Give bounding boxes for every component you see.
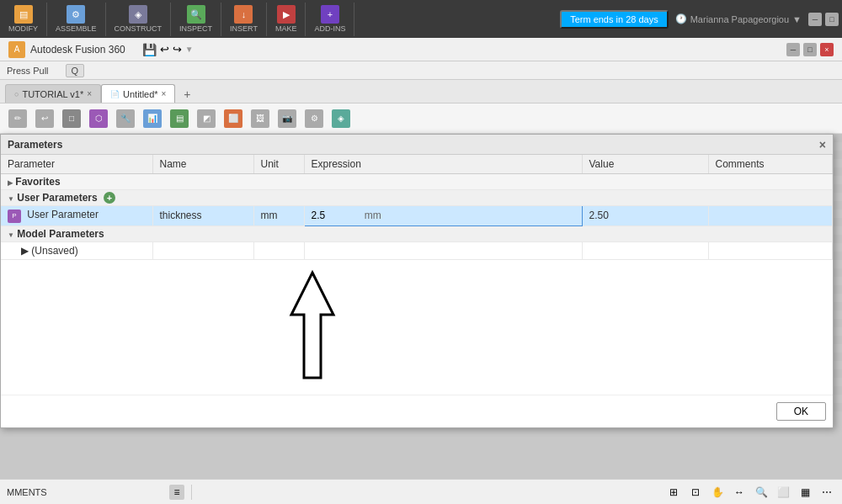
toolbar2-btn-12[interactable]: ⚙ (301, 107, 327, 130)
insert-button[interactable]: ↓ INSERT (225, 3, 263, 34)
toolbar2-btn-6[interactable]: 📊 (140, 107, 165, 130)
favorites-expand-icon[interactable]: ▶ (8, 179, 13, 187)
shortcut-bar: Press Pull Q (0, 61, 842, 80)
param-type-icon: P (8, 210, 21, 223)
minimize-button[interactable]: ─ (808, 13, 822, 26)
model-param-unit (253, 241, 304, 259)
resize-icon[interactable]: ↔ (731, 484, 748, 501)
dialog-close-button[interactable]: × (819, 138, 826, 151)
app-title-area: A Autodesk Fusion 360 (8, 41, 125, 58)
construct-icon: ◈ (129, 5, 147, 24)
user-params-label: User Parameters (17, 192, 97, 204)
model-params-section-label: ▼ Model Parameters (1, 225, 833, 241)
toolbar2-btn-1[interactable]: ✏ (5, 107, 30, 130)
hand-icon[interactable]: ✋ (709, 484, 726, 501)
toolbar2-icon-5: 🔧 (116, 109, 135, 128)
tab-tutorial-close[interactable]: × (87, 89, 92, 98)
construct-button[interactable]: ◈ CONSTRUCT (109, 3, 168, 34)
toolbar2-icon-4: ⬡ (89, 109, 108, 128)
clock-icon: 🕐 (675, 13, 687, 24)
toolbar2-btn-11[interactable]: 📷 (274, 107, 300, 130)
app-title: Autodesk Fusion 360 (30, 44, 125, 56)
tab-tutorial[interactable]: ○ TUTORIAL v1* × (5, 84, 101, 103)
search-icon[interactable]: 🔍 (753, 484, 770, 501)
layout-icon[interactable]: ⊡ (687, 484, 704, 501)
toolbar2-icon-2: ↩ (35, 109, 54, 128)
make-label: MAKE (275, 24, 297, 33)
toolbar2-btn-2[interactable]: ↩ (32, 107, 57, 130)
assemble-button[interactable]: ⚙ ASSEMBLE (51, 3, 102, 34)
toolbar2-icon-3: □ (62, 109, 81, 128)
redo-button[interactable]: ↪ (173, 43, 182, 56)
param-cell-parameter: P User Parameter (1, 206, 152, 226)
display-icon[interactable]: ⬜ (775, 484, 791, 501)
maximize-button[interactable]: □ (825, 13, 839, 26)
inspect-button[interactable]: 🔍 INSPECT (174, 3, 217, 34)
model-param-name (152, 241, 253, 259)
tab-add-button[interactable]: + (179, 86, 195, 103)
svg-marker-0 (291, 273, 333, 378)
up-arrow (279, 268, 346, 386)
comments-toggle[interactable]: ≡ (169, 485, 184, 500)
model-param-expand[interactable]: ▶ (21, 245, 29, 257)
model-param-comments (708, 241, 833, 259)
addins-button[interactable]: + ADD-INS (309, 3, 350, 34)
make-button[interactable]: ▶ MAKE (270, 3, 302, 34)
toolbar2-icon-10: 🖼 (251, 109, 269, 128)
modify-button[interactable]: ▤ MODIFY (3, 3, 43, 34)
model-param-value (582, 241, 708, 259)
toolbar-group-assemble: ⚙ ASSEMBLE (51, 3, 106, 36)
model-params-label: Model Parameters (17, 228, 104, 240)
addins-label: ADD-INS (314, 24, 345, 33)
toolbar2-icon-7: ▤ (170, 109, 189, 128)
toolbar2-icon-11: 📷 (278, 109, 296, 128)
title-maximize-button[interactable]: □ (803, 43, 817, 56)
param-cell-expression[interactable]: mm (304, 206, 582, 226)
toolbar2-icon-13: ◈ (332, 109, 350, 128)
tab-untitled-close[interactable]: × (162, 89, 167, 98)
ok-button[interactable]: OK (776, 402, 826, 421)
toolbar-group-insert: ↓ INSERT (225, 3, 267, 36)
toolbar2-btn-3[interactable]: □ (59, 107, 84, 130)
title-minimize-button[interactable]: ─ (786, 43, 800, 56)
param-type-label: User Parameter (27, 209, 99, 220)
model-param-cell: ▶ (Unsaved) (1, 241, 152, 259)
toolbar2-btn-5[interactable]: 🔧 (113, 107, 138, 130)
toolbar2-btn-7[interactable]: ▤ (167, 107, 192, 130)
toolbar2-btn-13[interactable]: ◈ (328, 107, 354, 130)
table-row[interactable]: P User Parameter thickness mm mm 2.50 (1, 206, 833, 226)
insert-icon: ↓ (234, 5, 253, 24)
assemble-icon: ⚙ (67, 5, 85, 24)
undo-button[interactable]: ↩ (160, 43, 169, 56)
modify-icon: ▤ (14, 5, 33, 24)
save-button[interactable]: 💾 (142, 43, 157, 56)
grid2-icon[interactable]: ▦ (797, 484, 813, 501)
shortcut-key: Q (66, 64, 85, 77)
toolbar2-btn-8[interactable]: ◩ (194, 107, 219, 130)
inspect-label: INSPECT (179, 24, 212, 33)
bottom-right-area: ⊞ ⊡ ✋ ↔ 🔍 ⬜ ▦ ⋯ (665, 484, 835, 501)
expression-input[interactable] (312, 210, 362, 221)
dots-icon[interactable]: ⋯ (818, 484, 835, 501)
dialog-titlebar: Parameters × (1, 135, 833, 155)
toolbar-group-addins: + ADD-INS (309, 3, 354, 36)
comments-icon[interactable]: ≡ (169, 485, 184, 500)
model-params-expand-icon[interactable]: ▼ (8, 231, 14, 239)
toolbar2-btn-4[interactable]: ⬡ (86, 107, 111, 130)
user-params-section-label: ▼ User Parameters + (1, 190, 833, 206)
params-table: Parameter Name Unit Expression Value Com… (1, 155, 833, 260)
add-user-param-button[interactable]: + (104, 192, 115, 204)
col-parameter: Parameter (1, 155, 152, 174)
tab-untitled[interactable]: 📄 Untitled* × (101, 84, 175, 103)
quick-access: 💾 ↩ ↪ ▼ (142, 43, 194, 56)
term-badge[interactable]: Term ends in 28 days (560, 10, 669, 29)
chevron-down-icon: ▼ (792, 14, 802, 24)
user-params-expand-icon[interactable]: ▼ (8, 195, 14, 203)
col-expression: Expression (304, 155, 582, 174)
section-user-params: ▼ User Parameters + (1, 190, 833, 206)
toolbar2-btn-10[interactable]: 🖼 (248, 107, 273, 130)
grid-icon[interactable]: ⊞ (665, 484, 682, 501)
bottom-bar: MMENTS ≡ ⊞ ⊡ ✋ ↔ 🔍 ⬜ ▦ ⋯ (0, 479, 842, 504)
title-close-button[interactable]: × (820, 43, 834, 56)
toolbar2-btn-9[interactable]: ⬜ (221, 107, 246, 130)
